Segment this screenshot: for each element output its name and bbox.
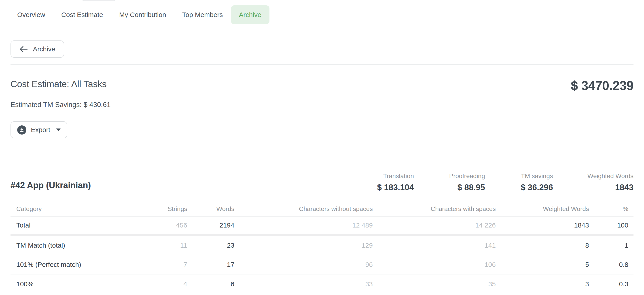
stat-value: $ 183.104 <box>342 183 414 192</box>
export-row: Export <box>10 121 634 149</box>
cell-chars-with-spaces: 106 <box>373 261 496 269</box>
arrow-left-icon <box>20 46 28 52</box>
stat-proofreading: Proofreading $ 88.95 <box>414 172 485 192</box>
stat-label: Translation <box>342 172 414 180</box>
cell-strings: 456 <box>122 222 187 229</box>
cost-table: Category Strings Words Characters withou… <box>10 202 634 294</box>
cell-chars-without-spaces: 129 <box>234 242 373 249</box>
stat-label: TM savings <box>485 172 553 180</box>
tab-bar: Overview Cost Estimate My Contribution T… <box>0 0 644 29</box>
divider <box>10 149 634 149</box>
column-header-weighted-words: Weighted Words <box>496 205 589 213</box>
cell-category: 101% (Perfect match) <box>16 261 122 269</box>
page-content: Archive Cost Estimate: All Tasks $ 3470.… <box>0 29 644 294</box>
tab-cost-estimate[interactable]: Cost Estimate <box>53 5 111 24</box>
cell-percent: 1 <box>589 242 628 249</box>
column-header-words: Words <box>187 205 234 213</box>
report-title: #42 App (Ukrainian) <box>10 180 91 190</box>
tm-savings-line: Estimated TM Savings: $ 430.61 <box>10 101 634 109</box>
page-title: Cost Estimate: All Tasks <box>10 79 107 89</box>
report-stats: Translation $ 183.104 Proofreading $ 88.… <box>342 172 634 192</box>
stat-value: $ 88.95 <box>414 183 485 192</box>
table-row: Total 456 2194 12 489 14 226 1843 100 <box>10 217 634 236</box>
column-header-strings: Strings <box>122 205 187 213</box>
cell-weighted-words: 5 <box>496 261 589 269</box>
cell-words: 23 <box>187 242 234 249</box>
column-header-chars-with-spaces: Characters with spaces <box>373 205 496 213</box>
cell-chars-without-spaces: 12 489 <box>234 222 373 229</box>
cell-words: 17 <box>187 261 234 269</box>
cell-chars-with-spaces: 14 226 <box>373 222 496 229</box>
column-header-category: Category <box>16 205 122 213</box>
chevron-down-icon <box>56 128 60 131</box>
cell-category: TM Match (total) <box>16 242 122 249</box>
cell-words: 2194 <box>187 222 234 229</box>
back-row: Archive <box>10 29 634 64</box>
download-circle-icon <box>17 125 26 135</box>
tab-top-members[interactable]: Top Members <box>174 5 231 24</box>
cell-weighted-words: 8 <box>496 242 589 249</box>
tab-archive[interactable]: Archive <box>231 5 270 24</box>
cell-percent: 100 <box>589 222 628 229</box>
cost-estimate-page: Overview Cost Estimate My Contribution T… <box>0 0 644 295</box>
stat-value: $ 36.296 <box>485 183 553 192</box>
divider <box>10 64 634 65</box>
cell-category: Total <box>16 222 122 229</box>
table-row: 101% (Perfect match) 7 17 96 106 5 0.8 <box>10 255 634 275</box>
export-label: Export <box>31 126 50 134</box>
stat-label: Proofreading <box>414 172 485 180</box>
total-price: $ 3470.239 <box>571 79 634 92</box>
stat-weighted-words: Weighted Words 1843 <box>553 172 634 192</box>
table-row: 100% 4 6 33 35 3 0.3 <box>10 275 634 294</box>
cell-percent: 0.8 <box>589 261 628 269</box>
cell-chars-with-spaces: 35 <box>373 280 496 288</box>
tab-overview[interactable]: Overview <box>9 5 53 24</box>
table-header-row: Category Strings Words Characters withou… <box>10 202 634 217</box>
cell-weighted-words: 1843 <box>496 222 589 229</box>
summary-header: Cost Estimate: All Tasks $ 3470.239 <box>10 79 634 92</box>
report-header: #42 App (Ukrainian) Translation $ 183.10… <box>10 172 634 192</box>
export-button[interactable]: Export <box>10 121 67 138</box>
column-header-chars-without-spaces: Characters without spaces <box>234 205 373 213</box>
cell-strings: 11 <box>122 242 187 249</box>
cell-strings: 7 <box>122 261 187 269</box>
cell-chars-without-spaces: 96 <box>234 261 373 269</box>
stat-tm-savings: TM savings $ 36.296 <box>485 172 553 192</box>
cell-chars-with-spaces: 141 <box>373 242 496 249</box>
archive-back-button[interactable]: Archive <box>10 40 64 58</box>
column-header-percent: % <box>589 205 628 213</box>
stat-label: Weighted Words <box>553 172 634 180</box>
cell-percent: 0.3 <box>589 280 628 288</box>
cell-strings: 4 <box>122 280 187 288</box>
cell-weighted-words: 3 <box>496 280 589 288</box>
tab-my-contribution[interactable]: My Contribution <box>111 5 174 24</box>
stat-value: 1843 <box>553 183 634 192</box>
cell-chars-without-spaces: 33 <box>234 280 373 288</box>
stat-translation: Translation $ 183.104 <box>342 172 414 192</box>
cell-category: 100% <box>16 280 122 288</box>
table-row: TM Match (total) 11 23 129 141 8 1 <box>10 236 634 255</box>
cell-words: 6 <box>187 280 234 288</box>
archive-back-label: Archive <box>33 45 55 53</box>
